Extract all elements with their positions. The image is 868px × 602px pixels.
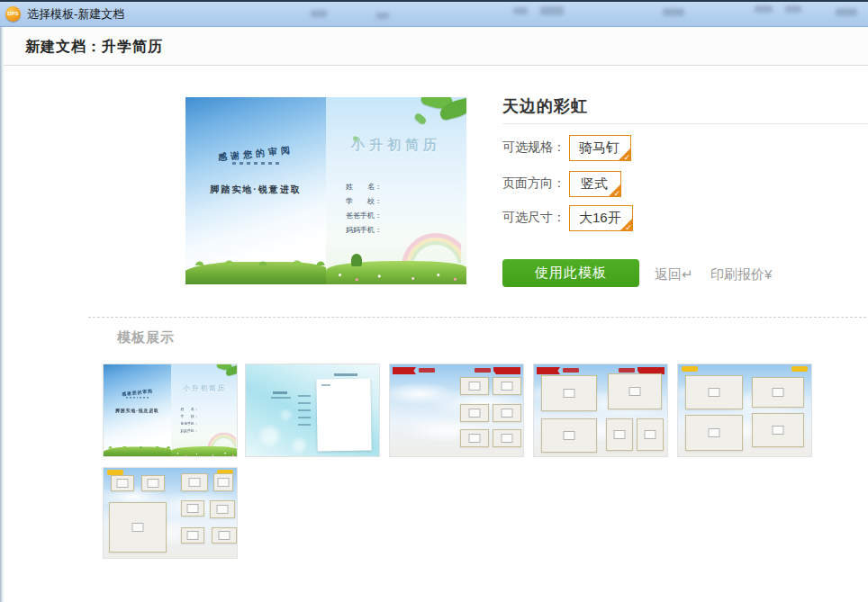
print-quote-link[interactable]: 印刷报价¥ [710,266,772,283]
thumb-text-line [321,384,330,386]
titlebar-artifact [755,5,773,13]
thumbnail-preview: 感谢您的审阅 脚踏实地·锐意进取 小升初简历 姓 名： 学 校： 爸爸手机： 妈… [104,364,238,457]
red-title-text [563,368,579,373]
template-thumbnail-aqua-page[interactable] [245,364,380,457]
template-name: 天边的彩虹 [502,95,588,117]
preview-arc-text: 感谢您的审阅 [217,144,294,165]
size-value: 大16开 [579,210,621,225]
window-title: 选择模板-新建文档 [27,2,124,27]
preview-ground [171,446,238,457]
yellow-corner-icon [682,366,698,372]
divider [502,123,868,124]
rainbow-icon [402,233,461,263]
leaf-icon [413,112,428,125]
use-template-button[interactable]: 使用此模板 [502,259,639,287]
orientation-value: 竖式 [581,175,608,191]
photo-placeholder [181,473,208,491]
preview-cover-fields: 姓 名： 学 校： 爸爸手机： 妈妈手机： [181,406,198,435]
preview-front-cover: 小升初简历 姓 名： 学 校： 爸爸手机： 妈妈手机： [326,97,466,284]
photo-placeholder [493,429,521,447]
thumbnail-preview [534,364,667,456]
red-ribbon-icon [537,367,560,374]
photo-placeholder [460,377,489,395]
preview-front-cover: 小升初简历 姓 名： 学 校： 爸爸手机： 妈妈手机： [171,364,238,457]
page-header: 新建文档：升学简历 [4,27,868,66]
field-school: 学 校： [346,194,382,209]
chevron-down-icon: ✓ [623,153,630,162]
size-dropdown[interactable]: 大16开 ✓ [569,205,633,231]
thumb-text-line [273,391,287,394]
thumb-text-line [298,402,311,404]
preview-slogan: 脚踏实地·锐意进取 [104,408,171,414]
photo-placeholder [141,475,165,491]
thumb-text-line [298,417,311,418]
preview-back-cover: 感谢您的审阅 脚踏实地·锐意进取 [104,364,171,457]
yellow-corner-icon [791,366,808,372]
photo-placeholder [181,500,204,517]
size-label: 可选尺寸： [502,210,565,226]
photo-placeholder [541,418,597,453]
field-name: 姓 名： [181,406,198,413]
thumbnail-preview [104,468,237,558]
field-mom-phone: 妈妈手机： [346,223,382,238]
red-title-text [419,368,435,373]
thumbnail-preview [246,364,379,456]
photo-placeholder [608,373,662,409]
thumb-text-line [298,395,311,397]
red-ribbon-icon [393,367,416,374]
template-thumbnail-grid6[interactable] [389,364,524,457]
preview-cover-title: 小升初简历 [326,137,466,154]
chevron-down-icon: ✓ [625,223,632,232]
preview-arc-subtext [126,397,149,399]
photo-placeholder [460,429,489,447]
titlebar-artifact [785,5,801,13]
gallery-heading: 模板展示 [117,329,175,346]
photo-placeholder [606,418,633,451]
titlebar-artifact [540,6,564,15]
field-mom-phone: 妈妈手机： [181,427,198,435]
photo-placeholder [752,377,804,408]
dps-app-icon[interactable]: DPS [5,6,21,22]
chevron-down-icon: ✓ [613,189,620,198]
template-preview-image[interactable]: 感谢您的审阅 脚踏实地·锐意进取 小升初简历 姓 名： 学 校： 爸爸手机： 妈… [185,97,466,284]
spec-value: 骑马钉 [579,139,619,155]
spec-label: 可选规格： [502,139,565,156]
orientation-dropdown[interactable]: 竖式 ✓ [569,171,621,197]
spec-dropdown[interactable]: 骑马钉 ✓ [569,135,631,161]
thumb-text-line [298,424,311,426]
thumb-text-line [271,397,291,399]
back-link[interactable]: 返回↵ [655,266,693,283]
photo-placeholder [685,375,743,409]
preview-back-cover: 感谢您的审阅 脚踏实地·锐意进取 [185,97,326,284]
titlebar-artifact [513,7,528,14]
photo-placeholder [109,502,167,553]
template-thumbnail-collage-large[interactable] [533,364,668,457]
thumbnail-preview [390,364,523,456]
photo-placeholder [541,375,597,411]
photo-placeholder [212,527,237,544]
photo-placeholder [111,475,134,491]
photo-placeholder [210,500,235,518]
preview-cover-title: 小升初简历 [171,384,238,393]
rainbow-icon [207,433,236,448]
field-school: 学 校： [181,413,198,420]
orientation-label: 页面方向： [502,175,565,192]
photo-placeholder [752,413,804,447]
page-title: 新建文档：升学简历 [4,27,868,66]
template-thumbnail-grid4[interactable] [677,364,812,457]
photo-placeholder [493,404,521,422]
titlebar-artifact [663,8,684,16]
thumbnail-preview [678,364,811,456]
tree-icon [351,254,362,266]
titlebar-artifact [836,8,857,16]
photo-placeholder [637,418,664,451]
photo-placeholder [213,473,233,491]
titlebar-artifact [311,10,327,17]
preview-arc-subtext [232,162,279,165]
red-title-text [475,368,491,373]
preview-slogan: 脚踏实地·锐意进取 [185,184,326,196]
preview-cover-fields: 姓 名： 学 校： 爸爸手机： 妈妈手机： [346,180,382,238]
photo-placeholder [685,415,743,451]
template-thumbnail-collage-mixed[interactable] [103,467,238,559]
template-thumbnail-cover[interactable]: 感谢您的审阅 脚踏实地·锐意进取 小升初简历 姓 名： 学 校： 爸爸手机： 妈… [103,364,238,457]
